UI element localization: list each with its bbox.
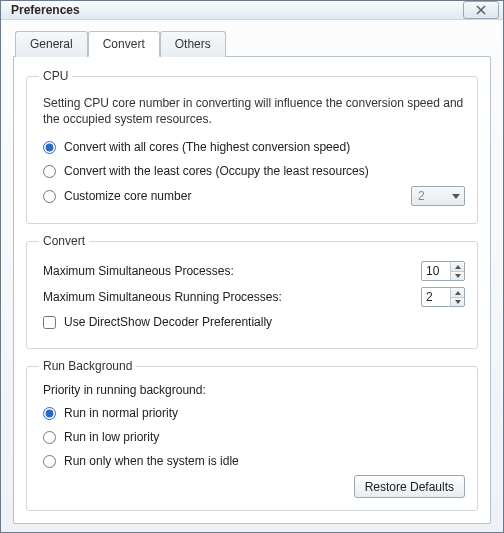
max-proc-spinner[interactable] (421, 261, 465, 281)
cpu-group: CPU Setting CPU core number in convertin… (26, 69, 478, 224)
chevron-up-icon (455, 265, 461, 269)
max-proc-label: Maximum Simultaneous Processes: (43, 264, 234, 278)
tab-panel-convert: CPU Setting CPU core number in convertin… (13, 56, 491, 524)
preferences-window: Preferences General Convert Others CPU S… (0, 0, 504, 533)
cpu-radio-all[interactable] (43, 141, 56, 154)
cpu-label-custom: Customize core number (64, 189, 191, 203)
bg-label-low: Run in low priority (64, 430, 159, 444)
bg-radio-normal[interactable] (43, 407, 56, 420)
tab-others[interactable]: Others (160, 31, 226, 57)
spin-up[interactable] (451, 262, 464, 272)
bg-label-normal: Run in normal priority (64, 406, 178, 420)
dshow-label: Use DirectShow Decoder Preferentially (64, 315, 272, 329)
cpu-option-all[interactable]: Convert with all cores (The highest conv… (43, 137, 465, 157)
cpu-option-custom[interactable]: Customize core number (43, 186, 191, 206)
cpu-core-select[interactable]: 2 (411, 186, 465, 206)
convert-group: Convert Maximum Simultaneous Processes: … (26, 234, 478, 349)
dshow-option[interactable]: Use DirectShow Decoder Preferentially (43, 312, 465, 332)
chevron-down-icon (455, 274, 461, 278)
max-run-spinner[interactable] (421, 287, 465, 307)
cpu-radio-least[interactable] (43, 165, 56, 178)
bg-option-low[interactable]: Run in low priority (43, 427, 465, 447)
tab-general[interactable]: General (15, 31, 88, 57)
close-button[interactable] (463, 1, 499, 19)
chevron-down-icon (455, 300, 461, 304)
tabstrip: General Convert Others (15, 31, 491, 57)
chevron-up-icon (455, 291, 461, 295)
max-proc-input[interactable] (422, 262, 450, 280)
background-sublabel: Priority in running background: (43, 383, 465, 397)
titlebar: Preferences (1, 1, 503, 20)
spin-down[interactable] (451, 272, 464, 281)
cpu-label-all: Convert with all cores (The highest conv… (64, 140, 350, 154)
dialog-buttons: OK Cancel Apply (13, 524, 491, 533)
cpu-core-value: 2 (418, 189, 425, 203)
content-area: General Convert Others CPU Setting CPU c… (1, 20, 503, 533)
background-legend: Run Background (39, 359, 136, 373)
chevron-down-icon (452, 194, 460, 199)
bg-radio-low[interactable] (43, 431, 56, 444)
restore-defaults-button[interactable]: Restore Defaults (354, 475, 465, 498)
spinner-buttons (450, 262, 464, 280)
spin-up[interactable] (451, 288, 464, 298)
spin-down[interactable] (451, 298, 464, 307)
bg-option-idle[interactable]: Run only when the system is idle (43, 451, 465, 471)
cpu-legend: CPU (39, 69, 72, 83)
cpu-label-least: Convert with the least cores (Occupy the… (64, 164, 369, 178)
spinner-buttons (450, 288, 464, 306)
convert-legend: Convert (39, 234, 89, 248)
cpu-description: Setting CPU core number in converting wi… (43, 95, 465, 127)
dshow-checkbox[interactable] (43, 316, 56, 329)
close-icon (476, 5, 486, 15)
bg-option-normal[interactable]: Run in normal priority (43, 403, 465, 423)
cpu-option-least[interactable]: Convert with the least cores (Occupy the… (43, 161, 465, 181)
cpu-radio-custom[interactable] (43, 190, 56, 203)
max-run-label: Maximum Simultaneous Running Processes: (43, 290, 282, 304)
bg-label-idle: Run only when the system is idle (64, 454, 239, 468)
bg-radio-idle[interactable] (43, 455, 56, 468)
background-group: Run Background Priority in running backg… (26, 359, 478, 511)
max-run-input[interactable] (422, 288, 450, 306)
window-title: Preferences (11, 3, 463, 17)
tab-convert[interactable]: Convert (88, 31, 160, 57)
